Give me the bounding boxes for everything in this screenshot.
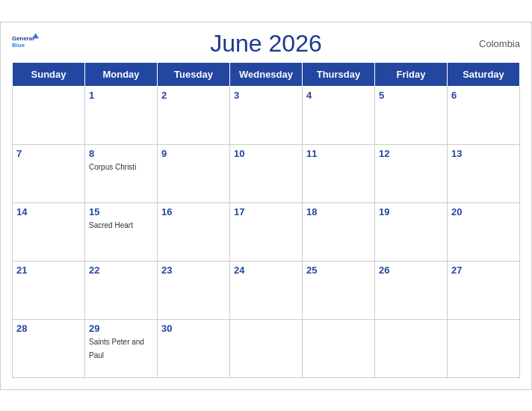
svg-text:General: General bbox=[12, 35, 34, 42]
day-number: 21 bbox=[16, 265, 81, 276]
calendar-week-row: 2829Saints Peter and Paul30 bbox=[13, 319, 520, 377]
calendar-day-cell: 19 bbox=[375, 203, 448, 261]
calendar-body: 12345678Corpus Christi9101112131415Sacre… bbox=[13, 86, 520, 377]
day-number: 26 bbox=[379, 265, 443, 276]
day-number: 17 bbox=[234, 206, 298, 217]
col-thursday: Thursday bbox=[303, 62, 375, 86]
calendar-day-cell: 11 bbox=[303, 144, 375, 203]
day-number: 29 bbox=[89, 323, 153, 334]
month-title: June 2026 bbox=[210, 30, 321, 58]
day-number: 9 bbox=[161, 148, 226, 159]
calendar-day-cell: 25 bbox=[303, 261, 375, 319]
holiday-name: Saints Peter and Paul bbox=[89, 338, 144, 359]
day-number: 14 bbox=[16, 206, 81, 217]
calendar-day-cell: 2 bbox=[158, 86, 230, 144]
calendar-week-row: 21222324252627 bbox=[13, 261, 520, 319]
col-tuesday: Tuesday bbox=[158, 62, 230, 86]
day-number: 30 bbox=[161, 323, 226, 334]
day-number: 22 bbox=[89, 265, 153, 276]
logo-area: General Blue bbox=[12, 33, 39, 54]
calendar-day-cell bbox=[375, 319, 448, 377]
calendar-day-cell: 13 bbox=[448, 144, 520, 203]
calendar-day-cell bbox=[303, 319, 375, 377]
calendar-day-cell: 1 bbox=[85, 86, 158, 144]
day-number: 3 bbox=[234, 90, 298, 101]
day-number: 12 bbox=[379, 148, 443, 159]
logo-icon: General Blue bbox=[12, 33, 39, 54]
calendar-day-cell: 3 bbox=[230, 86, 303, 144]
day-number: 19 bbox=[379, 206, 443, 217]
weekday-header-row: Sunday Monday Tuesday Wednesday Thursday… bbox=[13, 62, 520, 86]
calendar-header: General Blue June 2026 Colombia bbox=[12, 30, 520, 58]
calendar-day-cell: 9 bbox=[158, 144, 230, 203]
calendar-day-cell: 17 bbox=[230, 203, 303, 261]
country-label: Colombia bbox=[479, 38, 520, 49]
calendar-week-row: 1415Sacred Heart1617181920 bbox=[13, 203, 520, 261]
day-number: 28 bbox=[16, 323, 81, 334]
day-number: 27 bbox=[451, 265, 516, 276]
calendar-day-cell: 5 bbox=[375, 86, 448, 144]
day-number: 13 bbox=[451, 148, 516, 159]
day-number: 25 bbox=[306, 265, 371, 276]
col-sunday: Sunday bbox=[13, 62, 85, 86]
svg-text:Blue: Blue bbox=[12, 42, 25, 49]
day-number: 10 bbox=[234, 148, 298, 159]
day-number: 24 bbox=[234, 265, 298, 276]
calendar-container: General Blue June 2026 Colombia Sunday M… bbox=[0, 22, 532, 390]
calendar-day-cell: 22 bbox=[85, 261, 158, 319]
col-monday: Monday bbox=[85, 62, 158, 86]
calendar-table: Sunday Monday Tuesday Wednesday Thursday… bbox=[12, 62, 520, 378]
day-number: 2 bbox=[161, 90, 226, 101]
calendar-day-cell: 12 bbox=[375, 144, 448, 203]
calendar-day-cell: 18 bbox=[303, 203, 375, 261]
calendar-day-cell: 6 bbox=[448, 86, 520, 144]
day-number: 23 bbox=[161, 265, 226, 276]
calendar-day-cell: 7 bbox=[13, 144, 85, 203]
calendar-day-cell: 8Corpus Christi bbox=[85, 144, 158, 203]
day-number: 7 bbox=[16, 148, 81, 159]
calendar-day-cell: 20 bbox=[448, 203, 520, 261]
day-number: 4 bbox=[306, 90, 371, 101]
day-number: 16 bbox=[161, 206, 226, 217]
calendar-day-cell: 30 bbox=[158, 319, 230, 377]
calendar-day-cell: 21 bbox=[13, 261, 85, 319]
col-friday: Friday bbox=[375, 62, 448, 86]
calendar-day-cell: 4 bbox=[303, 86, 375, 144]
calendar-day-cell: 29Saints Peter and Paul bbox=[85, 319, 158, 377]
calendar-day-cell: 16 bbox=[158, 203, 230, 261]
calendar-week-row: 78Corpus Christi910111213 bbox=[13, 144, 520, 203]
calendar-day-cell: 23 bbox=[158, 261, 230, 319]
day-number: 15 bbox=[89, 206, 153, 217]
holiday-name: Corpus Christi bbox=[89, 163, 136, 171]
day-number: 6 bbox=[451, 90, 516, 101]
calendar-day-cell: 10 bbox=[230, 144, 303, 203]
day-number: 11 bbox=[306, 148, 371, 159]
day-number: 5 bbox=[379, 90, 443, 101]
calendar-day-cell: 14 bbox=[13, 203, 85, 261]
calendar-day-cell: 28 bbox=[13, 319, 85, 377]
day-number: 8 bbox=[89, 148, 153, 159]
day-number: 18 bbox=[306, 206, 371, 217]
calendar-day-cell bbox=[448, 319, 520, 377]
calendar-day-cell bbox=[13, 86, 85, 144]
calendar-week-row: 123456 bbox=[13, 86, 520, 144]
col-wednesday: Wednesday bbox=[230, 62, 303, 86]
day-number: 1 bbox=[89, 90, 153, 101]
col-saturday: Saturday bbox=[448, 62, 520, 86]
calendar-day-cell: 15Sacred Heart bbox=[85, 203, 158, 261]
holiday-name: Sacred Heart bbox=[89, 221, 133, 229]
day-number: 20 bbox=[451, 206, 516, 217]
calendar-day-cell: 26 bbox=[375, 261, 448, 319]
calendar-day-cell bbox=[230, 319, 303, 377]
calendar-day-cell: 24 bbox=[230, 261, 303, 319]
calendar-day-cell: 27 bbox=[448, 261, 520, 319]
